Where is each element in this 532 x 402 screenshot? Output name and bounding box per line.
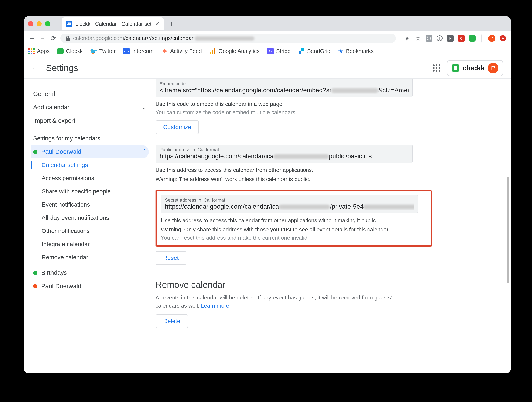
account-brand-pill[interactable]: clockk P <box>447 60 503 76</box>
calendar-favicon-icon: 20 <box>66 21 72 27</box>
secret-ical-note: You can reset this address and make the … <box>161 235 426 241</box>
svg-rect-2 <box>214 48 215 54</box>
back-button[interactable]: ← <box>32 63 39 72</box>
field-value: <iframe src="https://calendar.google.com… <box>159 87 409 94</box>
sidebar-calendar-birthdays[interactable]: Birthdays <box>31 266 149 279</box>
minimize-window-button[interactable] <box>37 21 42 26</box>
bookmark-twitter[interactable]: 🐦 Twitter <box>90 48 116 54</box>
maximize-window-button[interactable] <box>45 21 50 26</box>
customize-button[interactable]: Customize <box>156 120 199 134</box>
sidebar-sub-remove-calendar[interactable]: Remove calendar <box>31 251 149 264</box>
bookmark-apps[interactable]: Apps <box>28 48 50 54</box>
url-text: calendar.google.com/calendar/r/settings/… <box>73 35 254 41</box>
brand-name: clockk <box>462 64 485 72</box>
sidebar-item-label: Remove calendar <box>42 254 88 261</box>
settings-main: Embed code <iframe src="https://calendar… <box>156 79 511 374</box>
bookmark-google-analytics[interactable]: Google Analytics <box>209 48 260 54</box>
profile-avatar[interactable]: P <box>488 35 495 42</box>
sidebar-item-label: General <box>33 91 55 97</box>
close-window-button[interactable] <box>28 21 33 26</box>
secret-ical-field[interactable]: Secret address in iCal format https://ca… <box>161 195 418 213</box>
settings-sidebar: General Add calendar ⌄ Import & export S… <box>24 79 156 374</box>
field-label: Public address in iCal format <box>159 147 409 153</box>
new-tab-button[interactable]: ＋ <box>168 19 175 29</box>
calendar-color-dot <box>33 150 37 154</box>
extension-dark-icon[interactable]: N <box>447 35 454 42</box>
eye-icon[interactable]: ◈ <box>404 35 410 41</box>
learn-more-link[interactable]: Learn more <box>201 302 229 309</box>
nav-forward-button[interactable]: → <box>39 35 46 42</box>
embed-code-field[interactable]: Embed code <iframe src="https://calendar… <box>156 79 413 97</box>
nav-back-button[interactable]: ← <box>28 35 35 42</box>
sendgrid-icon <box>298 48 304 54</box>
twitter-icon: 🐦 <box>90 48 97 54</box>
embed-help: Use this code to embed this calendar in … <box>156 101 498 107</box>
sidebar-item-label: Share with specific people <box>42 188 111 195</box>
browser-tab[interactable]: 20 clockk - Calendar - Calendar set ✕ <box>62 17 164 30</box>
sidebar-calendar-paul-doerwald[interactable]: Paul Doerwald ˄ <box>31 145 149 158</box>
sidebar-sub-calendar-settings[interactable]: Calendar settings <box>31 158 149 172</box>
reload-button[interactable]: ⟳ <box>50 34 57 42</box>
sidebar-sub-all-day-notifications[interactable]: All-day event notifications <box>31 211 149 224</box>
public-ical-field[interactable]: Public address in iCal format https://ca… <box>156 145 413 163</box>
sidebar-item-add-calendar[interactable]: Add calendar ⌄ <box>31 101 149 114</box>
separator: │ <box>480 35 484 42</box>
google-apps-button[interactable] <box>433 64 441 72</box>
remove-calendar-body: All events in this calendar will be dele… <box>156 294 402 310</box>
extension-red-icon[interactable]: e <box>458 35 465 42</box>
sidebar-item-label: Event notifications <box>42 201 90 208</box>
chevron-down-icon: ⌄ <box>141 104 146 110</box>
bookmark-label: Clockk <box>66 48 83 54</box>
embed-help2: You can customize the code or embed mult… <box>156 109 498 116</box>
extension-devtools-icon[interactable]: ⟨/⟩ <box>425 35 432 42</box>
bookmark-bookmarks[interactable]: ★ Bookmarks <box>338 48 374 55</box>
bookmark-clockk[interactable]: Clockk <box>57 48 83 54</box>
sidebar-item-label: Add calendar <box>33 104 70 111</box>
sidebar-calendar-paul-secondary[interactable]: Paul Doerwald <box>31 279 149 293</box>
sidebar-item-label: Other notifications <box>42 227 90 234</box>
reset-button[interactable]: Reset <box>156 251 186 265</box>
sidebar-heading-label: Settings for my calendars <box>33 135 100 142</box>
extension-clockk-icon[interactable] <box>469 35 476 42</box>
info-icon[interactable]: i <box>437 35 443 41</box>
bookmark-intercom[interactable]: ⋮⋮ Intercom <box>123 48 154 54</box>
analytics-icon <box>209 48 216 54</box>
sidebar-heading-my-calendars: Settings for my calendars <box>31 127 149 145</box>
sidebar-sub-other-notifications[interactable]: Other notifications <box>31 224 149 238</box>
field-value: https://calendar.google.com/calendar/ica… <box>165 203 414 210</box>
field-label: Secret address in iCal format <box>165 197 414 203</box>
address-bar[interactable]: calendar.google.com/calendar/r/settings/… <box>60 34 396 43</box>
window-controls <box>28 21 55 26</box>
page-title: Settings <box>46 63 78 73</box>
window-titlebar: 20 clockk - Calendar - Calendar set ✕ ＋ <box>24 16 511 32</box>
field-label: Embed code <box>159 81 409 87</box>
notification-badge-icon[interactable]: ▲ <box>500 35 506 41</box>
scrollbar-thumb[interactable] <box>507 176 509 283</box>
hubspot-icon: ✱ <box>161 48 168 54</box>
sidebar-sub-integrate-calendar[interactable]: Integrate calendar <box>31 238 149 251</box>
secret-ical-help: Use this address to access this calendar… <box>161 217 426 224</box>
sidebar-item-label: Paul Doerwald <box>41 283 81 290</box>
bookmarks-bar: Apps Clockk 🐦 Twitter ⋮⋮ Intercom ✱ Acti… <box>24 45 511 58</box>
clockk-logo-icon <box>452 64 459 72</box>
sidebar-item-import-export[interactable]: Import & export <box>31 114 149 127</box>
bookmark-label: Intercom <box>132 48 154 54</box>
scrollbar-track[interactable] <box>507 96 509 369</box>
bookmark-label: Bookmarks <box>346 48 374 54</box>
apps-grid-icon <box>28 48 34 54</box>
sidebar-sub-access-permissions[interactable]: Access permissions <box>31 172 149 185</box>
bookmark-stripe[interactable]: S Stripe <box>267 48 291 54</box>
sidebar-sub-event-notifications[interactable]: Event notifications <box>31 198 149 211</box>
sidebar-sub-share-specific-people[interactable]: Share with specific people <box>31 185 149 198</box>
bookmark-activity-feed[interactable]: ✱ Activity Feed <box>161 48 202 54</box>
secret-ical-warning: Warning: Only share this address with th… <box>161 226 426 233</box>
sidebar-item-general[interactable]: General <box>31 87 149 101</box>
sidebar-item-label: Access permissions <box>42 175 94 182</box>
content-area: General Add calendar ⌄ Import & export S… <box>24 79 511 374</box>
bookmark-label: Apps <box>37 48 50 54</box>
delete-button[interactable]: Delete <box>156 314 188 328</box>
svg-rect-3 <box>298 51 301 54</box>
close-tab-button[interactable]: ✕ <box>155 21 159 27</box>
bookmark-sendgrid[interactable]: SendGrid <box>298 48 330 54</box>
star-icon[interactable]: ☆ <box>414 34 421 42</box>
